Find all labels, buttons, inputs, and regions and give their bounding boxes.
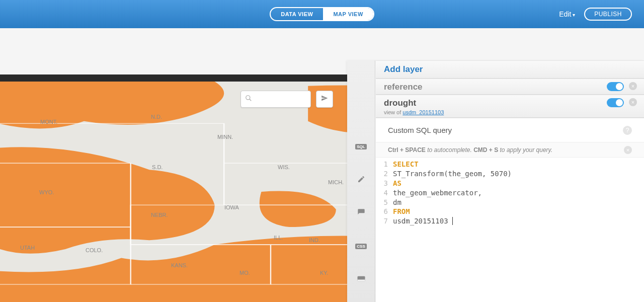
svg-line-2 (250, 99, 252, 101)
sql-editor: Custom SQL query ? Ctrl + SPACE to autoc… (376, 118, 644, 302)
tool-infowindow[interactable] (355, 207, 368, 218)
tool-edit[interactable] (355, 174, 368, 185)
state-label: WYO. (39, 189, 54, 195)
state-label: UTAH (20, 245, 35, 251)
view-toggle: DATA VIEW MAP VIEW (270, 7, 374, 21)
publish-button[interactable]: PUBLISH (584, 8, 632, 21)
paper-plane-icon (321, 95, 328, 104)
layer-delete[interactable]: × (629, 82, 637, 90)
state-label: S.D. (152, 164, 163, 170)
layer-row-reference[interactable]: 3 reference view of ne_50m_admin_1_state… (376, 79, 644, 95)
editor-hint-text: Ctrl + SPACE to autocomplete. CMD + S to… (388, 146, 552, 154)
state-label: MINN. (217, 134, 233, 140)
topbar-right: Edit PUBLISH (559, 0, 632, 28)
pencil-icon (357, 175, 365, 185)
edit-menu[interactable]: Edit (559, 10, 575, 18)
layer-row-drought[interactable]: 2 drought view of usdm_20151103 × (376, 95, 644, 118)
map-view-button[interactable]: MAP VIEW (323, 8, 373, 20)
stage: MONT.N.D.MINN.S.D.WIS.WYO.MICH.IOWANEBR.… (0, 28, 644, 302)
search-input[interactable] (255, 96, 306, 103)
state-label: ILL. (274, 235, 283, 241)
layer-subline: view of usdm_20151103 (384, 109, 444, 115)
topbar: DATA VIEW MAP VIEW Edit PUBLISH (0, 0, 644, 28)
state-label: MO. (239, 270, 250, 276)
state-label: COLO. (86, 247, 103, 253)
state-label: KANS. (171, 262, 188, 268)
layer-name: reference (384, 82, 465, 92)
state-label: IOWA (224, 204, 239, 210)
layer-name: drought (384, 98, 444, 108)
editor-title: Custom SQL query (388, 126, 452, 134)
svg-rect-4 (357, 279, 365, 281)
search-float (240, 91, 333, 108)
panel-tool-strip: SQL CSS (347, 60, 375, 302)
layer-toggle[interactable] (607, 98, 624, 107)
data-view-button[interactable]: DATA VIEW (271, 8, 323, 20)
search-box[interactable] (240, 91, 311, 108)
state-label: WIS. (278, 164, 290, 170)
state-label: IND. (309, 237, 320, 243)
search-icon (245, 95, 252, 104)
locate-button[interactable] (316, 91, 333, 108)
layer-toggle[interactable] (607, 82, 624, 91)
tool-css[interactable]: CSS (355, 241, 368, 252)
state-label: N.D. (151, 114, 162, 120)
add-layer-label: Add layer (384, 64, 423, 74)
layer-stack: + Add layer 3 reference view of ne_50m_a… (348, 60, 644, 118)
close-icon[interactable]: × (624, 146, 632, 154)
editor-hint: Ctrl + SPACE to autocomplete. CMD + S to… (376, 142, 644, 158)
editor-header: Custom SQL query ? (376, 118, 644, 142)
card-icon (357, 275, 366, 284)
add-layer-row[interactable]: + Add layer (376, 60, 644, 79)
right-panel: + Add layer 3 reference view of ne_50m_a… (347, 60, 644, 302)
svg-point-1 (246, 96, 250, 100)
state-label: NEBR. (151, 212, 168, 218)
state-label: MICH. (328, 179, 344, 185)
tool-sql[interactable]: SQL (355, 141, 368, 152)
layer-delete[interactable]: × (629, 98, 637, 106)
layer-table-link[interactable]: usdm_20151103 (403, 109, 444, 115)
state-label: KY. (320, 270, 328, 276)
code-area[interactable]: 1234567 SELECT ST_Transform(the_geom, 50… (376, 158, 644, 226)
speech-bubble-icon (357, 208, 365, 218)
state-label: MONT. (40, 119, 57, 125)
tool-legends[interactable] (355, 274, 368, 285)
help-icon[interactable]: ? (623, 126, 632, 135)
